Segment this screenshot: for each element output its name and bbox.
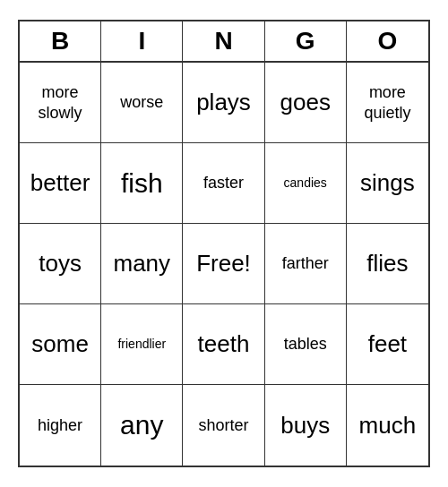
cell-text: faster: [203, 173, 244, 193]
bingo-cell: teeth: [183, 304, 264, 385]
cell-text: farther: [282, 253, 329, 274]
bingo-cell: fish: [101, 143, 183, 224]
cell-text: toys: [39, 249, 82, 278]
cell-text: better: [30, 168, 90, 198]
bingo-cell: higher: [20, 385, 101, 466]
bingo-header: BINGO: [20, 21, 428, 63]
bingo-cell: Free!: [183, 224, 264, 304]
bingo-card: BINGO more slowlyworseplaysgoesmore quie…: [18, 20, 430, 467]
header-cell: G: [265, 21, 347, 61]
cell-text: teeth: [198, 329, 250, 359]
bingo-cell: faster: [183, 143, 264, 224]
bingo-cell: tables: [265, 304, 347, 385]
bingo-cell: friendlier: [101, 304, 183, 385]
cell-text: sings: [360, 168, 415, 198]
bingo-cell: flies: [347, 224, 428, 304]
cell-text: tables: [284, 334, 327, 355]
cell-text: higher: [38, 415, 82, 436]
cell-text: any: [120, 408, 163, 442]
bingo-cell: farther: [265, 224, 347, 304]
cell-text: goes: [280, 88, 331, 117]
bingo-cell: feet: [347, 304, 428, 385]
header-cell: O: [347, 21, 428, 61]
header-cell: B: [20, 21, 101, 61]
cell-text: candies: [284, 175, 327, 192]
cell-text: much: [359, 411, 417, 440]
bingo-cell: any: [101, 385, 183, 466]
bingo-cell: candies: [265, 143, 347, 224]
bingo-cell: buys: [265, 385, 347, 466]
bingo-cell: goes: [265, 63, 347, 143]
bingo-cell: plays: [183, 63, 264, 143]
cell-text: fish: [121, 167, 163, 201]
bingo-cell: shorter: [183, 385, 264, 466]
header-cell: N: [183, 21, 264, 61]
bingo-cell: toys: [20, 224, 101, 304]
cell-text: more slowly: [23, 82, 97, 123]
bingo-cell: much: [347, 385, 428, 466]
cell-text: Free!: [196, 249, 251, 278]
cell-text: feet: [368, 329, 407, 359]
cell-text: some: [31, 329, 89, 359]
cell-text: buys: [280, 411, 330, 440]
bingo-cell: more quietly: [347, 63, 428, 143]
bingo-cell: many: [101, 224, 183, 304]
bingo-grid: more slowlyworseplaysgoesmore quietlybet…: [20, 63, 428, 466]
cell-text: more quietly: [350, 82, 425, 123]
bingo-cell: sings: [347, 143, 428, 224]
cell-text: plays: [196, 88, 251, 117]
bingo-cell: more slowly: [20, 63, 101, 143]
bingo-cell: better: [20, 143, 101, 224]
cell-text: worse: [120, 92, 163, 113]
cell-text: friendlier: [117, 337, 166, 353]
bingo-cell: some: [20, 304, 101, 385]
cell-text: many: [114, 249, 171, 278]
cell-text: flies: [366, 249, 408, 278]
cell-text: shorter: [198, 415, 248, 436]
header-cell: I: [101, 21, 183, 61]
bingo-cell: worse: [101, 63, 183, 143]
